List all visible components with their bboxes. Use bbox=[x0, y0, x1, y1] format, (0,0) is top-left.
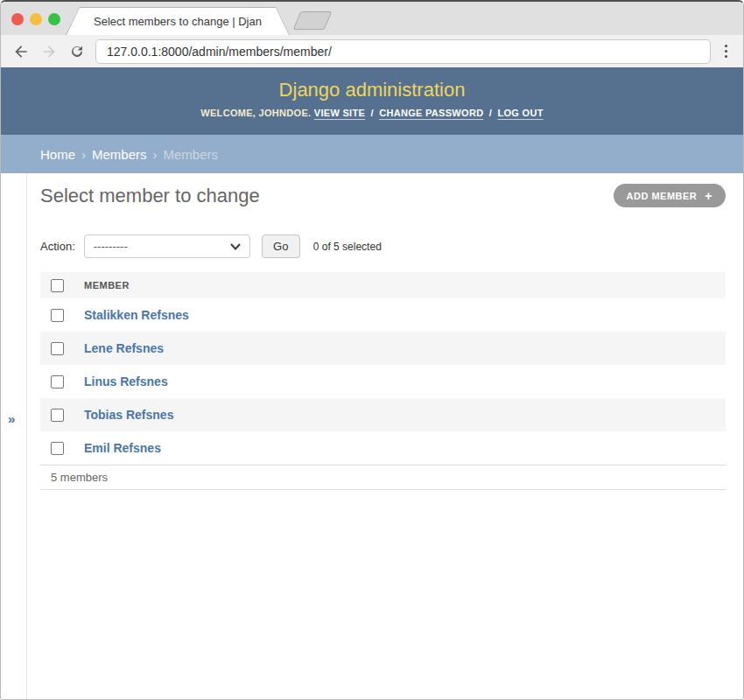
django-header: Django administration WELCOME, JOHNDOE. … bbox=[1, 67, 743, 135]
tab-title: Select members to change | Djan bbox=[94, 15, 262, 28]
table-header-row: MEMBER bbox=[40, 272, 726, 298]
go-button[interactable]: Go bbox=[262, 234, 300, 258]
member-link[interactable]: Lene Refsnes bbox=[84, 341, 164, 355]
table-row: Stalikken Refsnes bbox=[40, 298, 726, 332]
plus-icon: + bbox=[705, 189, 712, 203]
window-controls bbox=[11, 13, 60, 25]
row-checkbox[interactable] bbox=[51, 409, 64, 422]
browser-toolbar bbox=[1, 35, 743, 67]
forward-icon[interactable] bbox=[39, 42, 59, 61]
member-link[interactable]: Linus Refsnes bbox=[84, 374, 168, 388]
action-select-value: --------- bbox=[94, 240, 128, 253]
site-title[interactable]: Django administration bbox=[1, 67, 743, 102]
breadcrumb-home[interactable]: Home bbox=[40, 147, 75, 162]
user-tools: WELCOME, JOHNDOE. VIEW SITE / CHANGE PAS… bbox=[1, 108, 743, 118]
breadcrumb-members-app[interactable]: Members bbox=[92, 147, 147, 162]
browser-tab[interactable]: Select members to change | Djan bbox=[66, 7, 290, 35]
row-checkbox[interactable] bbox=[51, 442, 64, 455]
table-row: Linus Refsnes bbox=[40, 365, 726, 398]
browser-tab-bar: Select members to change | Djan bbox=[1, 2, 743, 35]
chevron-down-icon bbox=[230, 240, 241, 253]
main-panel: Select member to change ADD MEMBER + Act… bbox=[27, 173, 743, 700]
back-icon[interactable] bbox=[11, 42, 31, 61]
row-count: 5 members bbox=[51, 471, 108, 484]
change-password-link[interactable]: CHANGE PASSWORD bbox=[379, 108, 483, 118]
member-link[interactable]: Stalikken Refsnes bbox=[84, 308, 189, 322]
row-checkbox[interactable] bbox=[51, 342, 64, 355]
refresh-icon[interactable] bbox=[67, 42, 87, 61]
table-row: Tobias Refsnes bbox=[40, 398, 726, 431]
close-window-button[interactable] bbox=[11, 13, 24, 25]
breadcrumb-current: Members bbox=[164, 147, 219, 162]
log-out-link[interactable]: LOG OUT bbox=[497, 108, 543, 118]
content-area: » Select member to change ADD MEMBER + A… bbox=[1, 173, 743, 700]
column-header-member[interactable]: MEMBER bbox=[84, 280, 130, 290]
table-row: Lene Refsnes bbox=[40, 332, 726, 365]
browser-tab-surface[interactable]: Select members to change | Djan bbox=[67, 8, 289, 35]
add-member-button[interactable]: ADD MEMBER + bbox=[614, 184, 726, 207]
member-link[interactable]: Emil Refsnes bbox=[84, 441, 161, 455]
view-site-link[interactable]: VIEW SITE bbox=[314, 108, 365, 118]
member-table: MEMBER Stalikken Refsnes Lene Refsnes Li… bbox=[40, 272, 726, 490]
table-footer: 5 members bbox=[40, 465, 726, 490]
new-tab-button[interactable] bbox=[293, 11, 332, 30]
breadcrumb: Home › Members › Members bbox=[1, 135, 743, 173]
select-all-checkbox[interactable] bbox=[51, 279, 64, 292]
menu-dots-icon[interactable] bbox=[719, 45, 733, 58]
url-input[interactable] bbox=[95, 39, 711, 64]
breadcrumb-separator: › bbox=[81, 147, 86, 162]
minimize-window-button[interactable] bbox=[30, 13, 42, 25]
row-checkbox[interactable] bbox=[51, 375, 64, 388]
member-link[interactable]: Tobias Refsnes bbox=[84, 408, 173, 422]
action-select[interactable]: --------- bbox=[84, 234, 250, 258]
actions-bar: Action: --------- Go 0 of 5 selected bbox=[40, 234, 726, 258]
selection-counter: 0 of 5 selected bbox=[313, 241, 382, 253]
row-checkbox[interactable] bbox=[51, 309, 64, 322]
sidebar-expand-icon[interactable]: » bbox=[8, 411, 15, 426]
table-row: Emil Refsnes bbox=[40, 431, 726, 465]
welcome-text: WELCOME, bbox=[200, 108, 256, 118]
username: JOHNDOE bbox=[259, 108, 309, 118]
sidebar-strip: » bbox=[1, 173, 27, 700]
maximize-window-button[interactable] bbox=[48, 13, 60, 25]
breadcrumb-separator: › bbox=[153, 147, 158, 162]
action-label: Action: bbox=[40, 240, 75, 253]
page-title: Select member to change bbox=[40, 185, 260, 207]
browser-window: Select members to change | Djan Django a… bbox=[0, 0, 744, 700]
add-member-label: ADD MEMBER bbox=[627, 191, 698, 201]
